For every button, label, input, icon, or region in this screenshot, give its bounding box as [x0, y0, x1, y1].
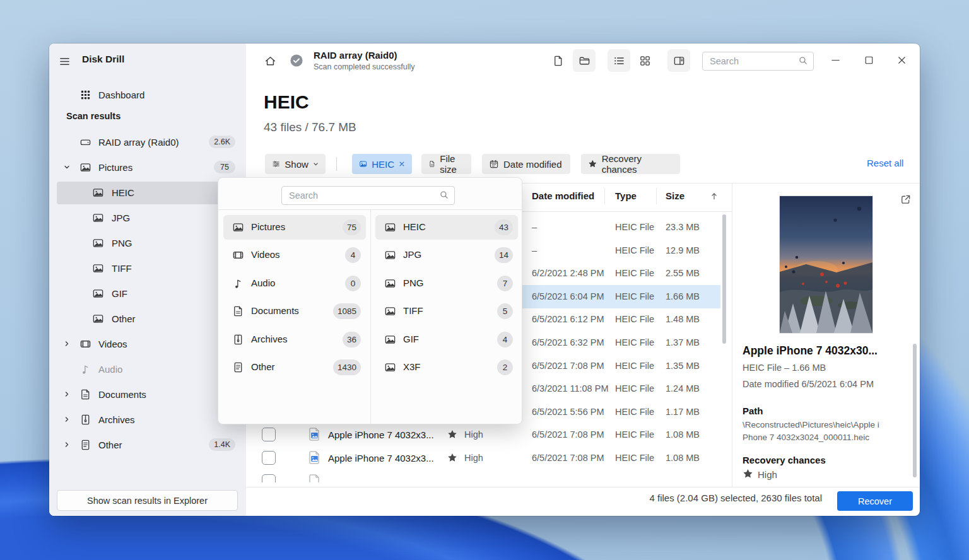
count-pill: 2	[497, 359, 513, 375]
count-pill: 4	[345, 247, 361, 263]
column-header-type[interactable]: Type	[615, 190, 637, 201]
type-png[interactable]: PNG 7	[375, 271, 518, 296]
type-jpg[interactable]: JPG 14	[375, 243, 518, 267]
sidebar-item-raid-array[interactable]: RAID array (Raid0) 2.6K	[49, 130, 246, 155]
picture-icon	[384, 249, 396, 261]
sidebar-item-documents[interactable]: Documents	[49, 382, 246, 407]
sidebar-item-tiff[interactable]: TIFF	[49, 256, 246, 281]
sidebar-item-pictures-other[interactable]: Other	[49, 306, 246, 332]
show-in-explorer-button[interactable]: Show scan results in Explorer	[57, 490, 238, 511]
file-size-filter-button[interactable]: File size	[421, 154, 471, 174]
sidebar-item-dashboard[interactable]: Dashboard	[49, 83, 246, 108]
category-audio[interactable]: Audio 0	[223, 271, 366, 296]
chevron-down-icon[interactable]	[63, 163, 71, 171]
sidebar-item-jpg[interactable]: JPG	[49, 206, 246, 231]
recovery-star-icon	[447, 452, 458, 464]
sidebar-item-archives[interactable]: Archives	[49, 407, 246, 433]
file-row-partial[interactable]	[246, 470, 732, 482]
dashboard-grid-icon	[79, 89, 91, 101]
count-badge: 2.6K	[209, 136, 235, 148]
global-search	[702, 52, 814, 71]
preview-panel-button[interactable]	[667, 49, 690, 72]
chevron-right-icon[interactable]	[63, 340, 71, 347]
scan-complete-check-icon	[290, 54, 303, 67]
app-title: Disk Drill	[82, 54, 124, 65]
column-header-size[interactable]: Size	[666, 190, 684, 201]
calendar-icon	[489, 159, 499, 169]
file-view-button[interactable]	[546, 49, 569, 72]
recovery-chances-label: Recovery chances	[743, 455, 826, 465]
file-list-scrollbar[interactable]	[722, 214, 726, 344]
picture-icon	[232, 221, 244, 233]
category-pictures[interactable]: Pictures 75	[223, 215, 366, 240]
count-pill: 7	[497, 276, 513, 291]
sidebar-item-heic[interactable]: HEIC	[49, 180, 246, 206]
picture-icon	[384, 334, 396, 346]
row-checkbox[interactable]	[262, 474, 276, 482]
grid-view-button[interactable]	[633, 49, 656, 72]
picture-icon	[92, 212, 104, 224]
sidebar-item-videos[interactable]: Videos	[49, 332, 246, 357]
close-button[interactable]	[896, 54, 908, 66]
maximize-button[interactable]	[863, 54, 875, 66]
minimize-button[interactable]	[830, 54, 842, 66]
heic-file-icon	[309, 428, 320, 441]
chevron-right-icon[interactable]	[63, 441, 71, 448]
sidebar: Disk Drill Dashboard Scan results RAID a…	[49, 44, 246, 516]
sidebar-item-label: Dashboard	[98, 90, 144, 100]
preview-date-modified: Date modified 6/5/2021 6:04 PM	[743, 379, 874, 389]
video-icon	[232, 249, 244, 261]
row-checkbox[interactable]	[262, 428, 276, 441]
category-archives[interactable]: Archives 36	[223, 327, 366, 352]
open-preview-external-icon[interactable]	[900, 194, 912, 206]
picture-icon	[92, 288, 104, 300]
reset-all-button[interactable]: Reset all	[867, 158, 903, 168]
count-pill: 5	[497, 303, 513, 319]
sidebar-item-audio: Audio	[49, 357, 246, 382]
category-documents[interactable]: Documents 1085	[223, 299, 366, 324]
picture-icon	[92, 187, 104, 199]
picture-icon	[384, 277, 396, 289]
preview-panel-scrollbar[interactable]	[913, 344, 917, 477]
type-gif[interactable]: GIF 4	[375, 327, 518, 352]
recovery-chances-filter-button[interactable]: Recovery chances	[581, 154, 680, 174]
type-tiff[interactable]: TIFF 5	[375, 299, 518, 324]
page-title: HEIC	[264, 91, 309, 113]
column-header-date-modified[interactable]: Date modified	[532, 190, 594, 201]
type-heic[interactable]: HEIC 43	[375, 215, 518, 240]
recovery-star-icon	[447, 429, 458, 440]
category-other[interactable]: Other 1430	[223, 355, 366, 380]
chevron-right-icon[interactable]	[63, 390, 71, 398]
file-name: Apple iPhone 7 4032x3...	[328, 453, 434, 464]
recover-button[interactable]: Recover	[837, 491, 913, 511]
sidebar-item-pictures[interactable]: Pictures 75	[49, 155, 246, 180]
drive-icon	[79, 136, 91, 148]
remove-filter-icon[interactable]	[399, 160, 405, 168]
home-icon[interactable]	[264, 54, 277, 67]
row-checkbox[interactable]	[262, 451, 276, 465]
chevron-right-icon[interactable]	[63, 416, 71, 423]
category-videos[interactable]: Videos 4	[223, 243, 366, 267]
hamburger-menu-icon[interactable]	[59, 55, 71, 67]
popover-search-input[interactable]	[288, 187, 411, 204]
search-icon	[798, 55, 808, 66]
selected-highlight	[57, 182, 238, 204]
file-row[interactable]: Apple iPhone 7 4032x3... High 6/5/2021 7…	[246, 446, 732, 470]
video-icon	[79, 338, 91, 350]
file-row[interactable]: Apple iPhone 7 4032x3... High 6/5/2021 7…	[246, 423, 732, 446]
sidebar-item-other[interactable]: Other 1.4K	[49, 433, 246, 458]
date-modified-filter-button[interactable]: Date modified	[482, 154, 570, 174]
sort-ascending-icon[interactable]	[709, 191, 719, 201]
show-filter-button[interactable]: Show	[265, 154, 326, 174]
global-search-input[interactable]	[708, 52, 789, 70]
picture-icon	[92, 262, 104, 274]
file-name: Apple iPhone 7 4032x3...	[328, 429, 434, 440]
preview-type-size: HEIC File – 1.66 MB	[743, 363, 826, 373]
sidebar-item-gif[interactable]: GIF	[49, 281, 246, 306]
list-view-button[interactable]	[608, 49, 630, 72]
sidebar-item-png[interactable]: PNG	[49, 231, 246, 256]
path-value: \Reconstructed\Pictures\heic\Apple iPhon…	[743, 419, 880, 445]
folder-view-button[interactable]	[573, 49, 596, 72]
type-x3f[interactable]: X3F 2	[375, 355, 518, 380]
heic-filter-chip[interactable]: HEIC	[352, 154, 412, 174]
